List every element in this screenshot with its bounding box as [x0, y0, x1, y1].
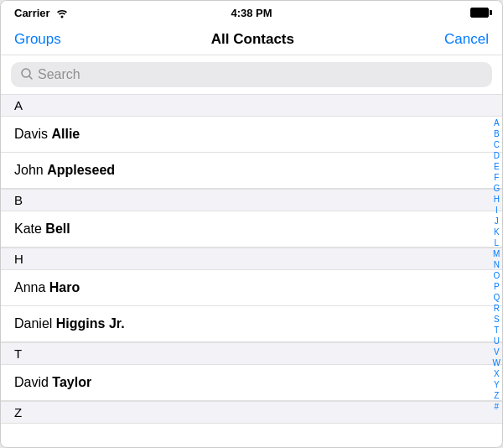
- alpha-h[interactable]: H: [494, 194, 500, 205]
- alpha-v[interactable]: V: [494, 346, 500, 357]
- groups-button[interactable]: Groups: [14, 31, 61, 48]
- svg-point-0: [61, 16, 64, 18]
- alpha-k[interactable]: K: [494, 227, 500, 237]
- contact-name: Davis Allie: [14, 127, 80, 142]
- alphabet-index: A B C D E F G H I J K L M N O P Q R S T …: [493, 94, 500, 435]
- search-icon: [21, 68, 33, 82]
- alpha-y[interactable]: Y: [494, 379, 500, 390]
- contact-list: A Davis Allie John Appleseed B Kate Bell…: [1, 94, 502, 435]
- section-header-h: H: [1, 247, 502, 270]
- alpha-n[interactable]: N: [494, 259, 500, 270]
- alpha-b[interactable]: B: [494, 128, 500, 139]
- contact-row[interactable]: John Appleseed: [1, 153, 502, 189]
- alpha-f[interactable]: F: [494, 172, 499, 183]
- contact-name: Daniel Higgins Jr.: [14, 316, 125, 331]
- alpha-t[interactable]: T: [494, 325, 499, 336]
- alpha-l[interactable]: L: [494, 237, 499, 248]
- contact-row[interactable]: David Taylor: [1, 365, 502, 401]
- section-header-z: Z: [1, 401, 502, 424]
- alpha-s[interactable]: S: [494, 314, 500, 325]
- contact-name: David Taylor: [14, 375, 91, 390]
- nav-bar: Groups All Contacts Cancel: [1, 24, 502, 55]
- contact-row[interactable]: Anna Haro: [1, 270, 502, 306]
- alpha-u[interactable]: U: [494, 336, 500, 346]
- alpha-w[interactable]: W: [493, 357, 500, 368]
- alpha-j[interactable]: J: [495, 216, 499, 227]
- alpha-hash[interactable]: #: [494, 401, 499, 412]
- contact-name: Hank M. Zakroff: [14, 434, 113, 435]
- contact-row[interactable]: Davis Allie: [1, 117, 502, 153]
- alpha-r[interactable]: R: [494, 303, 500, 314]
- alpha-d[interactable]: D: [494, 150, 500, 161]
- contact-name: Kate Bell: [14, 221, 70, 237]
- contact-row[interactable]: Kate Bell: [1, 211, 502, 247]
- nav-title: All Contacts: [211, 31, 294, 48]
- contact-name: John Appleseed: [14, 163, 115, 178]
- alpha-i[interactable]: I: [495, 205, 498, 216]
- alpha-e[interactable]: E: [494, 161, 500, 172]
- contact-row[interactable]: Hank M. Zakroff: [1, 424, 502, 435]
- alpha-z[interactable]: Z: [494, 390, 499, 401]
- alpha-q[interactable]: Q: [493, 292, 500, 303]
- phone-frame: Carrier 4:38 PM Groups All Contacts Canc…: [0, 0, 503, 448]
- alpha-g[interactable]: G: [493, 183, 500, 194]
- svg-line-2: [29, 76, 32, 79]
- section-header-t: T: [1, 342, 502, 365]
- alpha-x[interactable]: X: [494, 368, 500, 379]
- battery-icon: [470, 8, 489, 18]
- contact-name: Anna Haro: [14, 280, 80, 295]
- carrier-label: Carrier: [14, 7, 69, 19]
- section-header-a: A: [1, 94, 502, 117]
- search-container: Search: [1, 55, 502, 94]
- alpha-m[interactable]: M: [493, 248, 500, 259]
- carrier-text: Carrier: [14, 7, 50, 19]
- search-placeholder: Search: [38, 67, 80, 82]
- wifi-icon: [55, 8, 69, 18]
- alpha-a[interactable]: A: [494, 117, 500, 128]
- search-bar[interactable]: Search: [11, 62, 492, 87]
- alpha-p[interactable]: P: [494, 281, 500, 292]
- cancel-button[interactable]: Cancel: [444, 31, 489, 48]
- status-bar: Carrier 4:38 PM: [1, 1, 502, 24]
- contact-list-wrapper: A Davis Allie John Appleseed B Kate Bell…: [1, 94, 502, 435]
- status-time: 4:38 PM: [231, 7, 272, 19]
- status-right: [470, 8, 489, 18]
- alpha-c[interactable]: C: [494, 139, 500, 150]
- contact-row[interactable]: Daniel Higgins Jr.: [1, 306, 502, 342]
- section-header-b: B: [1, 189, 502, 211]
- alpha-o[interactable]: O: [493, 270, 500, 281]
